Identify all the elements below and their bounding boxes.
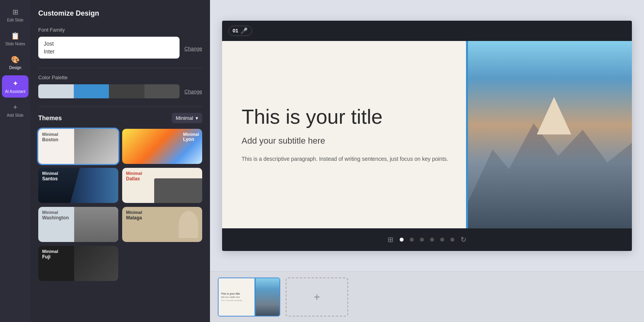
add-slide-label: Add Slide (7, 113, 24, 117)
theme-label-dallas: Minimal Dallas (126, 171, 142, 182)
design-icon: 🎨 (11, 55, 20, 64)
slide-title: This is your title (242, 105, 448, 129)
thumb-subtitle: Add your subtitle here (221, 296, 252, 298)
slide-dot-2[interactable] (410, 238, 414, 242)
theme-label-washington: Minimal Washington (42, 210, 69, 221)
edit-slide-icon: ⊞ (11, 8, 20, 16)
divider-font (38, 68, 202, 68)
slide-left-content: This is your title Add your subtitle her… (222, 41, 468, 228)
change-font-button[interactable]: Change (184, 46, 202, 52)
slide-paragraph: This is a descriptive paragraph. Instead… (242, 155, 448, 163)
font-family-row: Jost Inter Change (38, 37, 202, 60)
themes-header: Themes Minimal ▾ (38, 113, 202, 123)
thumb-1-left: This is your title Add your subtitle her… (219, 278, 254, 316)
color-palette-label: Color Palette (38, 75, 202, 80)
sidebar-item-add-slide[interactable]: + Add Slide (2, 99, 28, 121)
theme-label-fuji: Minimal Fuji (42, 249, 58, 260)
slide-dot-5[interactable] (440, 238, 444, 242)
slide-dot-6[interactable] (450, 238, 454, 242)
font-family-box[interactable]: Jost Inter (38, 37, 180, 59)
sidebar-item-slide-notes[interactable]: 📋 Slide Notes (2, 28, 28, 50)
ai-assistant-icon: ✦ (11, 79, 20, 88)
thumb-image (256, 278, 279, 316)
microphone-icon: 🎤 (240, 27, 248, 34)
icon-bar: ⊞ Edit Slide 📋 Slide Notes 🎨 Design ✦ AI… (0, 0, 30, 322)
slide-number-badge: 01 🎤 (228, 26, 252, 36)
slide-area: 01 🎤 This is your title Add your subtitl… (210, 0, 644, 271)
change-palette-button[interactable]: Change (184, 89, 202, 94)
theme-card-boston[interactable]: Minimal Boston (38, 129, 118, 164)
themes-grid: Minimal Boston Minimal Lyon Minimal (38, 129, 202, 281)
ai-assistant-label: AI Assistant (5, 89, 25, 94)
swatch-2 (74, 84, 109, 98)
theme-card-dallas[interactable]: Minimal Dallas (122, 168, 202, 203)
themes-label: Themes (38, 115, 62, 122)
customize-design-panel: Customize Design Font Family Jost Inter … (30, 0, 210, 322)
add-slide-icon: + (11, 103, 20, 112)
themes-dropdown-label: Minimal (176, 115, 193, 121)
sidebar-item-edit-slide[interactable]: ⊞ Edit Slide (2, 4, 28, 26)
design-label: Design (9, 66, 21, 70)
slide-number: 01 (233, 28, 238, 34)
swatch-4 (144, 84, 180, 98)
thumb-1-content: This is your title Add your subtitle her… (219, 278, 279, 316)
slide-nav-prev[interactable]: ⊞ (388, 235, 393, 244)
theme-card-santos[interactable]: Minimal Santos (38, 168, 118, 203)
theme-card-washington[interactable]: Minimal Washington (38, 207, 118, 242)
slide-mountain-image (468, 41, 632, 228)
thumbnail-1[interactable]: This is your title Add your subtitle her… (218, 278, 280, 317)
theme-label-lyon: Minimal Lyon (183, 132, 199, 142)
sidebar-item-design[interactable]: 🎨 Design (2, 52, 28, 74)
font-family-label: Font Family (38, 27, 202, 33)
themes-dropdown-button[interactable]: Minimal ▾ (172, 113, 202, 123)
sidebar-item-ai-assistant[interactable]: ✦ AI Assistant (2, 75, 28, 98)
swatch-3 (109, 84, 144, 98)
divider-palette (38, 106, 202, 107)
slide-subtitle: Add your subtitle here (242, 136, 448, 146)
main-area: 01 🎤 This is your title Add your subtitl… (210, 0, 644, 322)
color-palette-box[interactable] (38, 84, 180, 98)
theme-card-fuji[interactable]: Minimal Fuji (38, 246, 118, 281)
swatch-1 (38, 84, 74, 98)
thumbnail-strip: This is your title Add your subtitle her… (210, 271, 644, 322)
theme-label-malaga: Minimal Malaga (126, 210, 142, 221)
slide-dot-3[interactable] (420, 238, 424, 242)
theme-label-santos: Minimal Santos (42, 171, 58, 182)
theme-card-lyon[interactable]: Minimal Lyon (122, 129, 202, 164)
theme-card-malaga[interactable]: Minimal Malaga (122, 207, 202, 242)
slide-bottombar: ⊞ ↻ (222, 228, 632, 251)
slide-notes-icon: 📋 (11, 32, 20, 40)
thumb-paragraph: This is a descriptive paragraph. (221, 299, 252, 302)
color-palette-row: Change (38, 84, 202, 98)
thumb-title: This is your title (221, 292, 252, 295)
font-primary: Jost (44, 41, 174, 47)
slide-container[interactable]: 01 🎤 This is your title Add your subtitl… (222, 21, 632, 251)
slide-dot-4[interactable] (430, 238, 434, 242)
font-secondary: Inter (44, 48, 174, 55)
panel-title: Customize Design (38, 9, 202, 18)
edit-slide-label: Edit Slide (7, 18, 23, 22)
slide-topbar: 01 🎤 (222, 21, 632, 41)
chevron-down-icon: ▾ (196, 115, 198, 121)
slide-nav-next[interactable]: ↻ (461, 235, 466, 244)
theme-label-boston: Minimal Boston (42, 132, 58, 143)
slide-notes-label: Slide Notes (5, 42, 25, 46)
slide-dot-1[interactable] (400, 238, 404, 242)
add-slide-thumbnail[interactable]: + (286, 278, 348, 317)
add-slide-icon-thumb: + (314, 291, 320, 303)
